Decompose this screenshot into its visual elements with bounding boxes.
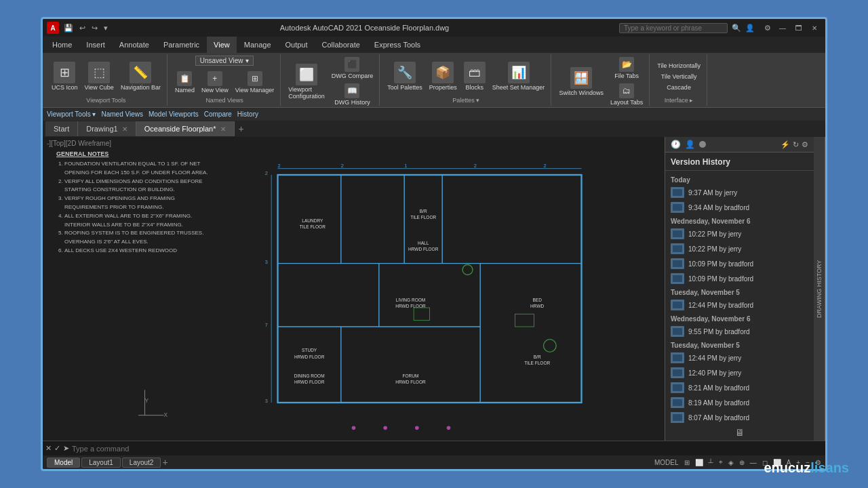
undo-icon[interactable]: ↩ [77, 24, 87, 33]
layout-tab-layout2[interactable]: Layout2 [122, 458, 161, 468]
tab-output[interactable]: Output [279, 37, 315, 53]
sheet-set-btn[interactable]: 📊 Sheet Set Manager [490, 60, 547, 92]
tile-vert-btn[interactable]: Tile Vertically [655, 72, 703, 81]
tile-horiz-label: Tile Horizontally [657, 62, 701, 69]
version-text: 9:55 PM by bradford [688, 327, 750, 336]
tab-express[interactable]: Express Tools [368, 37, 427, 53]
lineweight-icon[interactable]: — [750, 459, 757, 466]
search-icon[interactable]: 🔍 [732, 24, 741, 33]
blocks-label: Blocks [466, 84, 484, 91]
new-tab-btn[interactable]: + [235, 123, 248, 134]
version-item[interactable]: 10:09 PM by bradford [665, 256, 814, 271]
maximize-btn[interactable]: 🗖 [791, 24, 806, 33]
history-link[interactable]: History [237, 110, 258, 118]
autocad-logo: A [47, 22, 59, 34]
blocks-btn[interactable]: 🗃 Blocks [462, 60, 488, 92]
grid-icon[interactable]: ⊞ [684, 459, 690, 466]
snap-icon[interactable]: ⬜ [695, 459, 703, 466]
version-item[interactable]: 9:37 AM by jerry [665, 185, 814, 200]
version-item[interactable]: 8:21 AM by bradford [665, 380, 814, 395]
dwg-compare-btn[interactable]: ⬛ DWG Compare [330, 56, 376, 81]
viewport-tools-link[interactable]: Viewport Tools ▾ [47, 110, 96, 118]
polar-icon[interactable]: ⌖ [719, 458, 723, 466]
viewport-config-btn[interactable]: ⬜ ViewportConfiguration [286, 62, 327, 101]
osnap-track-icon[interactable]: ⊕ [739, 459, 745, 466]
version-history-body[interactable]: Today 9:37 AM by jerry 9:34 AM by bradfo… [665, 171, 814, 424]
close-btn[interactable]: ✕ [808, 24, 821, 33]
ortho-icon[interactable]: ┴ [709, 459, 713, 466]
view-cube-btn[interactable]: ⬚ View Cube [83, 60, 116, 92]
br2-sublabel: TILE FLOOR [524, 361, 550, 365]
version-item[interactable]: 12:40 PM by jerry [665, 365, 814, 380]
version-item[interactable]: 9:55 PM by bradford [665, 324, 814, 339]
named-views-group-label: Named Views [205, 97, 243, 104]
version-item[interactable]: 12:44 PM by bradford [665, 298, 814, 312]
ribbon-group-windows: 🪟 Switch Windows 📂 File Tabs 🗂 Layout Ta… [553, 54, 650, 106]
viewport-label: -][Top][2D Wireframe] [47, 140, 111, 147]
dim-top: 2 [278, 163, 281, 169]
save-icon[interactable]: 💾 [62, 24, 75, 33]
nav-bar-btn[interactable]: 📏 Navigation Bar [119, 60, 163, 92]
layout-tabs-btn[interactable]: 🗂 Layout Tabs [608, 82, 645, 107]
panel-refresh-icon[interactable]: ↻ [793, 140, 799, 149]
version-item[interactable]: 10:22 PM by jerry [665, 241, 814, 256]
sheet-set-icon: 📊 [508, 62, 530, 83]
tab-drawing1[interactable]: Drawing1 ✕ [78, 121, 136, 136]
tab-oceanside-close[interactable]: ✕ [220, 125, 226, 133]
tab-start[interactable]: Start [45, 121, 78, 136]
panel-settings-icon[interactable]: ⚙ [802, 140, 808, 149]
version-item[interactable]: 10:22 PM by jerry [665, 226, 814, 241]
named-views-link[interactable]: Named Views [101, 110, 143, 118]
tab-home[interactable]: Home [45, 37, 79, 53]
panel-filter-icon[interactable]: ⚡ [781, 140, 790, 149]
redo-icon[interactable]: ↪ [90, 24, 100, 33]
unsaved-view-dropdown[interactable]: Unsaved View ▾ [195, 56, 254, 66]
command-input[interactable] [72, 445, 823, 453]
tool-palettes-btn[interactable]: 🔧 Tool Palettes [385, 60, 425, 92]
named-btn[interactable]: 📋 Named [173, 70, 197, 95]
panel-dot [699, 141, 706, 148]
view-manager-btn[interactable]: ⊞ View Manager [233, 70, 276, 95]
canvas-area[interactable]: -][Top][2D Wireframe] GENERAL NOTES FOUN… [43, 137, 665, 441]
version-item[interactable]: 8:19 AM by bradford [665, 395, 814, 410]
tab-manage[interactable]: Manage [237, 37, 278, 53]
version-thumb [671, 228, 684, 239]
properties-btn[interactable]: 📦 Properties [427, 60, 459, 92]
viewport-config-label: ViewportConfiguration [288, 86, 325, 100]
tab-view[interactable]: View [207, 37, 237, 53]
ucs-icon-btn[interactable]: ⊞ UCS Icon [50, 60, 80, 92]
user-icon[interactable]: 👤 [745, 24, 755, 33]
file-tabs-btn[interactable]: 📂 File Tabs [608, 56, 645, 81]
version-item[interactable]: 8:07 AM by bradford [665, 410, 814, 424]
layout-tab-layout1[interactable]: Layout1 [81, 458, 121, 468]
cascade-btn[interactable]: Cascade [655, 83, 703, 92]
tab-drawing1-close[interactable]: ✕ [122, 125, 127, 133]
search-input[interactable] [619, 23, 728, 33]
info-icon[interactable]: ⚙ [764, 24, 771, 33]
new-view-btn[interactable]: + New View [199, 70, 231, 95]
version-item[interactable]: 9:34 AM by bradford [665, 200, 814, 215]
section-wed-nov6: Wednesday, November 6 [665, 215, 814, 226]
drawing-history-tab[interactable]: DRAWING HISTORY [814, 137, 825, 441]
version-item[interactable]: 10:09 PM by bradford [665, 271, 814, 286]
model-viewports-link[interactable]: Model Viewports [149, 110, 199, 118]
add-layout-btn[interactable]: + [162, 457, 167, 468]
dwg-history-icon: 📖 [344, 83, 359, 98]
object-snap-icon[interactable]: ◈ [728, 459, 734, 466]
tab-oceanside[interactable]: Oceanside Floorplan* ✕ [136, 121, 235, 136]
minimize-btn[interactable]: — [775, 24, 790, 33]
section-tue-nov5-a: Tuesday, November 5 [665, 286, 814, 298]
layout-tab-model[interactable]: Model [47, 458, 80, 468]
tab-collaborate[interactable]: Collaborate [315, 37, 367, 53]
compare-link[interactable]: Compare [204, 110, 232, 118]
svg-point-15 [352, 426, 356, 430]
switch-windows-btn[interactable]: 🪟 Switch Windows [557, 66, 606, 98]
tile-horiz-btn[interactable]: Tile Horizontally [655, 61, 703, 70]
dwg-history-btn[interactable]: 📖 DWG History [330, 82, 376, 107]
dropdown-icon[interactable]: ▾ [102, 24, 110, 33]
panel-bottom-icon[interactable]: 🖥 [735, 427, 745, 438]
version-item[interactable]: 12:44 PM by jerry [665, 350, 814, 365]
tab-insert[interactable]: Insert [79, 37, 112, 53]
tab-annotate[interactable]: Annotate [113, 37, 156, 53]
tab-parametric[interactable]: Parametric [157, 37, 206, 53]
